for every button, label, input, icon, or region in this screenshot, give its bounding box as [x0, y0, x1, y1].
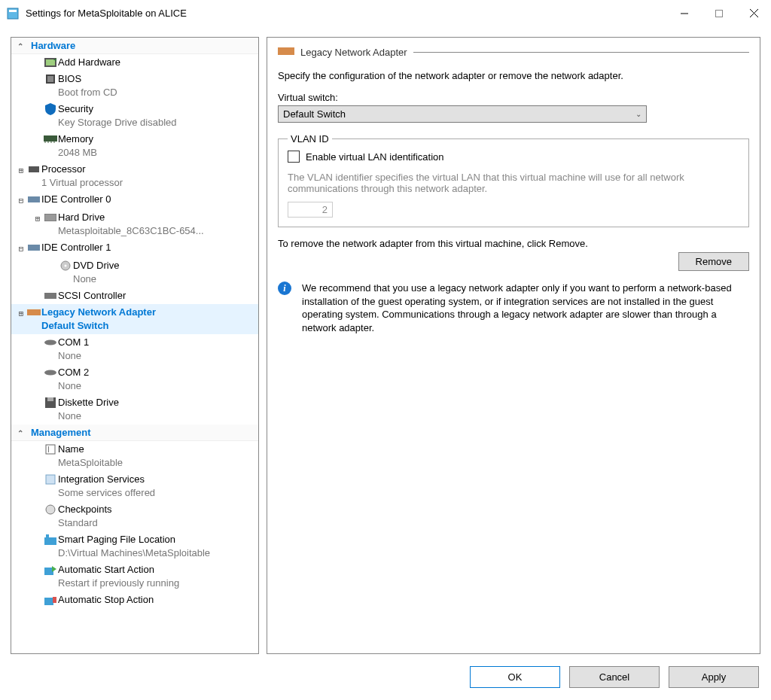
bios-icon	[43, 72, 58, 86]
tree-item-memory[interactable]: Memory2048 MB	[28, 131, 258, 161]
close-button[interactable]	[736, 2, 771, 26]
network-adapter-icon	[26, 306, 41, 319]
window-title: Settings for MetaSploitable on ALICE	[26, 8, 667, 19]
tree-item-processor[interactable]: ⊞ Processor1 Virtual processor	[11, 161, 258, 191]
add-hardware-icon: +	[43, 56, 58, 69]
expand-icon[interactable]: ⊞	[16, 164, 26, 178]
svg-point-31	[46, 505, 55, 514]
svg-rect-23	[27, 309, 41, 315]
apply-button[interactable]: Apply	[669, 666, 759, 688]
autostart-icon	[43, 563, 58, 577]
settings-panel: Legacy Network Adapter Specify the confi…	[267, 37, 760, 654]
svg-text:I: I	[47, 446, 50, 454]
ok-button[interactable]: OK	[470, 666, 560, 688]
integration-icon	[43, 473, 58, 486]
tree-item-add-hardware[interactable]: + Add Hardware	[28, 54, 258, 71]
chevron-down-icon: ⌄	[635, 110, 641, 118]
virtual-switch-value: Default Switch	[283, 108, 346, 120]
app-icon	[6, 7, 20, 20]
collapse-icon[interactable]: ⊟	[16, 242, 26, 256]
name-icon: I	[43, 443, 58, 456]
svg-rect-17	[28, 196, 40, 202]
svg-rect-27	[47, 397, 53, 401]
tree-item-smart-paging[interactable]: Smart Paging File LocationD:\Virtual Mac…	[28, 531, 258, 562]
com-port-icon	[43, 336, 58, 349]
tree-item-name[interactable]: I NameMetaSploitable	[28, 441, 258, 471]
hardware-section-header[interactable]: ⌃ Hardware	[11, 38, 258, 54]
remove-text: To remove the network adapter from this …	[278, 238, 749, 249]
title-bar: Settings for MetaSploitable on ALICE	[0, 0, 771, 26]
window-buttons	[667, 2, 771, 26]
svg-rect-36	[53, 597, 56, 603]
svg-rect-22	[44, 293, 56, 299]
tree-item-checkpoints[interactable]: CheckpointsStandard	[28, 501, 258, 531]
svg-rect-35	[44, 598, 53, 605]
svg-point-21	[65, 265, 67, 267]
vlan-legend: VLAN ID	[288, 133, 332, 145]
maximize-button[interactable]	[702, 2, 736, 26]
expand-icon[interactable]: ⊞	[16, 307, 26, 321]
tree-item-dvd[interactable]: DVD DriveNone	[43, 257, 258, 288]
expand-icon[interactable]: ⊞	[32, 212, 43, 226]
tree-item-legacy-network-adapter[interactable]: ⊞ Legacy Network AdapterDefault Switch	[11, 304, 258, 334]
svg-rect-10	[47, 76, 53, 82]
tree-item-bios[interactable]: BIOSBoot from CD	[28, 71, 258, 101]
panel-description: Specify the configuration of the network…	[278, 70, 749, 81]
tree-item-com1[interactable]: COM 1None	[28, 334, 258, 364]
controller-icon	[26, 193, 41, 206]
network-adapter-icon	[278, 47, 294, 58]
cancel-button[interactable]: Cancel	[569, 666, 660, 688]
svg-rect-11	[44, 135, 57, 142]
svg-rect-3	[716, 10, 723, 17]
scsi-icon	[43, 289, 58, 303]
svg-rect-18	[44, 214, 56, 221]
chevron-icon: ⌃	[17, 429, 23, 437]
tree-item-ide1[interactable]: ⊟ IDE Controller 1	[11, 239, 258, 257]
svg-rect-33	[46, 534, 49, 539]
settings-tree: ⌃ Hardware + Add Hardware BIOSBoot from …	[11, 37, 259, 654]
autostop-icon	[43, 593, 58, 607]
svg-text:+: +	[53, 58, 56, 64]
controller-icon	[26, 241, 41, 254]
vlan-id-input[interactable]: 2	[288, 202, 333, 218]
svg-rect-16	[29, 166, 39, 172]
svg-rect-19	[28, 245, 40, 251]
processor-icon	[26, 163, 41, 176]
collapse-icon[interactable]: ⊟	[16, 194, 26, 208]
tree-item-harddrive[interactable]: ⊞ Hard DriveMetasploitable_8C63C1BC-654.…	[28, 209, 258, 239]
com-port-icon	[43, 366, 58, 379]
svg-rect-1	[9, 10, 17, 12]
management-header-label: Management	[31, 427, 90, 438]
tree-item-ide0[interactable]: ⊟ IDE Controller 0	[11, 191, 258, 209]
tree-item-auto-stop[interactable]: Automatic Stop Action	[28, 592, 258, 608]
vlan-fieldset: VLAN ID Enable virtual LAN identificatio…	[278, 133, 749, 227]
chevron-icon: ⌃	[17, 42, 23, 50]
info-panel: i We recommend that you use a legacy net…	[278, 282, 749, 334]
checkbox-icon	[288, 151, 300, 163]
dvd-icon	[58, 259, 73, 272]
info-text: We recommend that you use a legacy netwo…	[302, 282, 749, 334]
tree-item-com2[interactable]: COM 2None	[28, 364, 258, 394]
harddrive-icon	[43, 211, 58, 224]
tree-item-auto-start[interactable]: Automatic Start ActionRestart if previou…	[28, 562, 258, 592]
vswitch-label: Virtual switch:	[278, 92, 749, 103]
paging-icon	[43, 533, 58, 546]
tree-item-security[interactable]: SecurityKey Storage Drive disabled	[28, 101, 258, 131]
minimize-button[interactable]	[667, 2, 702, 26]
enable-vlan-checkbox[interactable]: Enable virtual LAN identification	[288, 151, 739, 163]
management-section-header[interactable]: ⌃ Management	[11, 425, 258, 441]
shield-icon	[43, 102, 58, 116]
svg-point-24	[44, 340, 56, 345]
svg-rect-37	[278, 47, 294, 55]
vlan-help-text: The VLAN identifier specifies the virtua…	[288, 172, 739, 194]
tree-item-integration[interactable]: Integration ServicesSome services offere…	[28, 471, 258, 501]
checkpoints-icon	[43, 503, 58, 516]
remove-button[interactable]: Remove	[678, 252, 749, 271]
panel-title: Legacy Network Adapter	[278, 47, 749, 58]
virtual-switch-select[interactable]: Default Switch ⌄	[278, 105, 647, 123]
info-icon: i	[278, 282, 291, 295]
tree-item-scsi[interactable]: SCSI Controller	[28, 288, 258, 304]
tree-item-diskette[interactable]: Diskette DriveNone	[28, 394, 258, 425]
svg-rect-30	[46, 475, 55, 484]
svg-point-25	[44, 370, 56, 376]
